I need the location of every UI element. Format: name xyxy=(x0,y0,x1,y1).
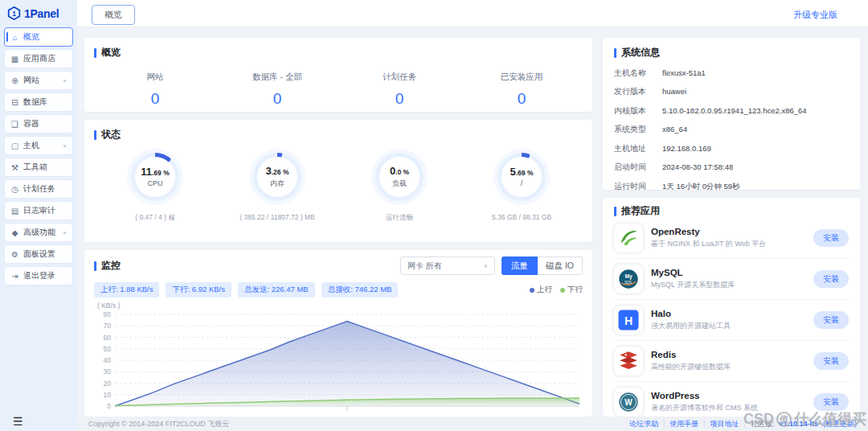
disk-io-button[interactable]: 磁盘 IO xyxy=(538,257,583,275)
sidebar-item-host[interactable]: ▢主机∨ xyxy=(4,136,73,155)
gauge-inner: 11.69 %CPU xyxy=(135,157,175,197)
footer-link-2[interactable]: 项目地址 xyxy=(710,419,739,429)
home-icon: ⌂ xyxy=(10,33,19,42)
app-description: 著名的开源博客软件和 CMS 系统 xyxy=(651,403,758,413)
system-info-row: 系统类型x86_64 xyxy=(614,124,849,135)
gauge-value: 3.26 % xyxy=(266,166,289,176)
install-button-mysql[interactable]: 安装 xyxy=(813,270,849,288)
cron-icon: ◷ xyxy=(10,185,19,194)
gauge-ring-root-disk: 5.69 %/ xyxy=(497,153,546,201)
sidebar-item-toolbox[interactable]: ⚒工具箱 xyxy=(4,158,73,177)
system-info-value: 5.10.0-182.0.0.95.r1941_123.hce2.x86_64 xyxy=(662,106,807,115)
app-row-wordpress: WWordPress著名的开源博客软件和 CMS 系统安装 xyxy=(614,382,849,417)
nic-select[interactable]: 网卡 所有 ∨ xyxy=(400,257,495,275)
footer-separator: | xyxy=(663,420,665,428)
gauge-label: 负载 xyxy=(392,179,407,189)
system-info-row: 运行时间1天 16小时 0分钟 59秒 xyxy=(614,181,849,192)
gauge-root-disk: 5.69 %/5.36 GB / 98.31 GB xyxy=(461,153,583,223)
app-row-halo: HHalo强大易用的开源建站工具安装 xyxy=(614,300,849,341)
app-name: OpenResty xyxy=(651,227,766,236)
sidebar-item-label: 数据库 xyxy=(23,96,47,108)
chevron-down-icon: ∨ xyxy=(484,263,488,269)
check-update-link[interactable]: (检查更新) xyxy=(823,419,857,429)
sidebar-item-label: 工具箱 xyxy=(23,162,47,173)
app-logo: 1 1Panel xyxy=(0,0,77,25)
system-info-value: huawei xyxy=(662,87,686,96)
gauge-value: 0.0 % xyxy=(390,166,409,176)
traffic-area-chart: 01020304050607080 xyxy=(94,310,583,416)
website-icon: ⊕ xyxy=(10,76,19,85)
gauge-ring-load: 0.0 %负载 xyxy=(375,153,424,201)
stat-value-database-all[interactable]: 0 xyxy=(216,90,338,108)
svg-text:20: 20 xyxy=(104,380,112,388)
app-description: 基于 NGINX 和 LuaJIT 的 Web 平台 xyxy=(651,239,766,249)
sidebar-item-settings[interactable]: ⚙面板设置 xyxy=(4,244,73,264)
svg-text:W: W xyxy=(624,398,633,407)
version-text[interactable]: v1.10.14-lts xyxy=(779,420,818,428)
install-button-openresty[interactable]: 安装 xyxy=(813,229,849,247)
stat-value-installed-apps[interactable]: 0 xyxy=(461,90,583,108)
sidebar-item-label: 主机 xyxy=(23,140,39,151)
tab-overview[interactable]: 概览 xyxy=(92,5,135,25)
gauge-inner: 3.26 %内存 xyxy=(257,157,297,197)
sidebar-item-website[interactable]: ⊕网站∨ xyxy=(4,71,73,90)
legend-label: 下行 xyxy=(567,285,583,295)
system-info-row: 启动时间2024-08-30 17:58:48 xyxy=(614,162,849,173)
stat-label: 计划任务 xyxy=(338,72,461,83)
sidebar-item-label: 日志审计 xyxy=(23,205,55,216)
install-button-halo[interactable]: 安装 xyxy=(813,311,849,329)
sidebar-item-database[interactable]: ⊟数据库 xyxy=(4,92,73,112)
footer-link-0[interactable]: 论坛求助 xyxy=(629,419,658,429)
stat-value-cronjob[interactable]: 0 xyxy=(338,90,461,108)
gauge-memory: 3.26 %内存( 385.22 / 11807.72 ) MB xyxy=(216,153,338,223)
status-card: 状态 11.69 %CPU( 0.47 / 4 ) 核3.26 %内存( 385… xyxy=(84,120,592,242)
install-button-wordpress[interactable]: 安装 xyxy=(813,393,849,411)
app-row-mysql: MySQLMySQLMySQL 开源关系型数据库安装 xyxy=(614,259,849,300)
svg-text:30: 30 xyxy=(104,367,112,376)
app-store-icon: ▦ xyxy=(10,55,19,64)
stat-cronjob: 计划任务0 xyxy=(338,72,461,108)
chart-legend: 上行下行 xyxy=(530,285,583,295)
sidebar-item-overview[interactable]: ⌂概览 xyxy=(4,27,73,47)
app-row-openresty: OpenResty基于 NGINX 和 LuaJIT 的 Web 平台安装 xyxy=(614,218,849,259)
sidebar-item-container[interactable]: ❑容器 xyxy=(4,114,73,133)
monitor-title: 监控 xyxy=(101,259,121,273)
gauge-value-frac: .0 % xyxy=(395,168,409,176)
stat-installed-apps: 已安装应用0 xyxy=(461,72,583,108)
legend-item-上行[interactable]: 上行 xyxy=(530,285,552,295)
recommended-apps-card: 推荐应用 OpenResty基于 NGINX 和 LuaJIT 的 Web 平台… xyxy=(603,198,860,417)
legend-item-下行[interactable]: 下行 xyxy=(560,285,583,295)
gauge-subtext: ( 385.22 / 11807.72 ) MB xyxy=(240,213,314,221)
svg-text:10: 10 xyxy=(104,391,112,399)
upgrade-pro-link[interactable]: 升级专业版 xyxy=(793,9,837,21)
svg-text:40: 40 xyxy=(104,356,112,364)
footer-link-1[interactable]: 使用手册 xyxy=(669,419,698,429)
traffic-button[interactable]: 流量 xyxy=(502,257,538,275)
advanced-icon: ◆ xyxy=(10,228,19,237)
install-button-redis[interactable]: 安装 xyxy=(813,352,849,370)
collapse-menu-icon[interactable]: ☰ xyxy=(13,415,23,428)
sidebar-item-logs[interactable]: ▤日志审计 xyxy=(4,201,73,220)
gauge-value-frac: .69 % xyxy=(152,169,170,177)
halo-icon: H xyxy=(614,306,643,335)
logo-text: 1Panel xyxy=(24,7,59,20)
app-text: WordPress著名的开源博客软件和 CMS 系统 xyxy=(651,391,758,413)
settings-icon: ⚙ xyxy=(10,250,19,259)
sidebar-item-logout[interactable]: ⇥退出登录 xyxy=(4,266,73,285)
stat-value-website[interactable]: 0 xyxy=(94,90,216,108)
sidebar-item-cronjob[interactable]: ◷计划任务 xyxy=(4,179,73,199)
stat-label: 数据库 - 全部 xyxy=(216,72,338,83)
openresty-icon xyxy=(614,224,643,252)
system-info-label: 主机名称 xyxy=(614,68,662,79)
sidebar: 1 1Panel ⌂概览▦应用商店⊕网站∨⊟数据库❑容器▢主机∨⚒工具箱◷计划任… xyxy=(0,0,77,431)
sidebar-menu: ⌂概览▦应用商店⊕网站∨⊟数据库❑容器▢主机∨⚒工具箱◷计划任务▤日志审计◆高级… xyxy=(0,25,77,288)
system-info-row: 主机地址192.168.0.169 xyxy=(614,143,849,154)
gauge-value: 11.69 % xyxy=(141,166,170,177)
sidebar-item-app-store[interactable]: ▦应用商店 xyxy=(4,49,73,68)
sidebar-item-advanced[interactable]: ◆高级功能∨ xyxy=(4,223,73,242)
monitor-card: 监控 网卡 所有 ∨ 流量 磁盘 IO 上行: 1.88 KB/s下行: 6.9… xyxy=(84,250,592,417)
main-area: 概览 升级专业版 概览 网站0数据库 - 全部0计划任务0已安装应用0 状态 1… xyxy=(77,0,868,431)
content: 概览 网站0数据库 - 全部0计划任务0已安装应用0 状态 11.69 %CPU… xyxy=(77,27,868,431)
system-info-label: 主机地址 xyxy=(614,143,662,154)
gauge-inner: 0.0 %负载 xyxy=(379,157,420,197)
